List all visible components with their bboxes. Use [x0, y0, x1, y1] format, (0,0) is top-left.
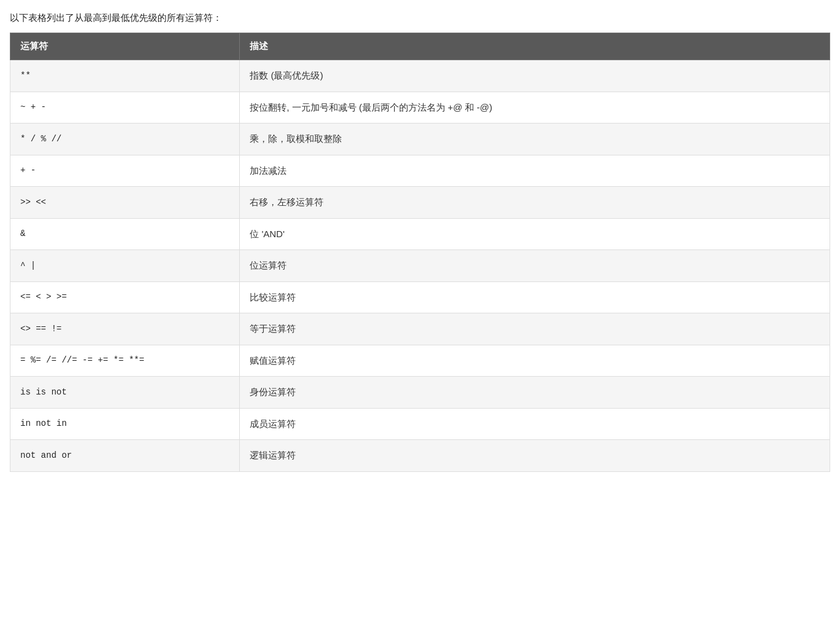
table-row: <> == !=等于运算符: [10, 313, 830, 345]
table-row: <= < > >=比较运算符: [10, 281, 830, 313]
description-cell: 位 'AND': [240, 218, 830, 250]
table-row: is is not身份运算符: [10, 377, 830, 409]
description-cell: 成员运算符: [240, 408, 830, 440]
operator-cell: <= < > >=: [10, 281, 240, 313]
table-row: + -加法减法: [10, 155, 830, 187]
operator-cell: <> == !=: [10, 313, 240, 345]
table-row: ~ + -按位翻转, 一元加号和减号 (最后两个的方法名为 +@ 和 -@): [10, 92, 830, 124]
description-cell: 赋值运算符: [240, 345, 830, 377]
table-header-row: 运算符 描述: [10, 33, 830, 60]
table-row: ^ |位运算符: [10, 250, 830, 282]
table-row: **指数 (最高优先级): [10, 60, 830, 92]
operator-cell: &: [10, 218, 240, 250]
operator-cell: >> <<: [10, 187, 240, 219]
intro-text: 以下表格列出了从最高到最低优先级的所有运算符：: [10, 12, 830, 24]
col-header-description: 描述: [240, 33, 830, 60]
description-cell: 等于运算符: [240, 313, 830, 345]
operator-cell: ^ |: [10, 250, 240, 282]
description-cell: 乘，除，取模和取整除: [240, 124, 830, 155]
description-cell: 加法减法: [240, 155, 830, 187]
operator-cell: in not in: [10, 408, 240, 440]
table-row: &位 'AND': [10, 218, 830, 250]
description-cell: 逻辑运算符: [240, 440, 830, 472]
description-cell: 身份运算符: [240, 377, 830, 409]
description-cell: 比较运算符: [240, 281, 830, 313]
description-cell: 按位翻转, 一元加号和减号 (最后两个的方法名为 +@ 和 -@): [240, 92, 830, 124]
operator-table: 运算符 描述 **指数 (最高优先级)~ + -按位翻转, 一元加号和减号 (最…: [10, 33, 830, 472]
operator-cell: = %= /= //= -= += *= **=: [10, 345, 240, 377]
description-cell: 指数 (最高优先级): [240, 60, 830, 92]
description-cell: 右移，左移运算符: [240, 187, 830, 219]
table-row: not and or逻辑运算符: [10, 440, 830, 472]
table-row: >> <<右移，左移运算符: [10, 187, 830, 219]
operator-cell: is is not: [10, 377, 240, 409]
operator-cell: + -: [10, 155, 240, 187]
operator-cell: ~ + -: [10, 92, 240, 124]
table-row: in not in成员运算符: [10, 408, 830, 440]
col-header-operator: 运算符: [10, 33, 240, 60]
description-cell: 位运算符: [240, 250, 830, 282]
table-row: * / % //乘，除，取模和取整除: [10, 124, 830, 155]
operator-cell: * / % //: [10, 124, 240, 155]
table-row: = %= /= //= -= += *= **=赋值运算符: [10, 345, 830, 377]
operator-cell: not and or: [10, 440, 240, 472]
operator-cell: **: [10, 60, 240, 92]
